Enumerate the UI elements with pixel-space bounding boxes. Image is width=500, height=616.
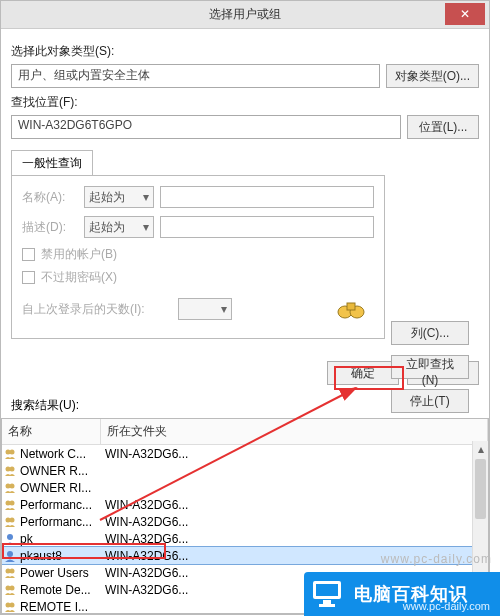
row-name: Remote De... (18, 583, 101, 597)
row-name: OWNER RI... (18, 481, 101, 495)
row-name: Power Users (18, 566, 101, 580)
name-field-label: 名称(A): (22, 189, 78, 206)
ok-button[interactable]: 确定 (327, 361, 399, 385)
watermark: www.pc-daily.com (381, 552, 492, 566)
group-icon (2, 447, 18, 461)
svg-point-8 (10, 483, 15, 488)
user-icon (2, 532, 18, 546)
svg-point-20 (10, 602, 15, 607)
chevron-down-icon: ▾ (143, 220, 149, 234)
chevron-down-icon: ▾ (143, 190, 149, 204)
col-folder[interactable]: 所在文件夹 (101, 419, 488, 444)
banner-url: www.pc-daily.com (403, 600, 490, 612)
row-folder: WIN-A32DG6... (101, 498, 488, 512)
table-row[interactable]: Performanc...WIN-A32DG6... (2, 513, 488, 530)
desc-input[interactable] (160, 216, 374, 238)
table-row[interactable]: OWNER RI... (2, 479, 488, 496)
svg-point-6 (10, 466, 15, 471)
group-icon (2, 498, 18, 512)
disabled-accounts-label: 禁用的帐户(B) (41, 246, 117, 263)
group-icon (2, 583, 18, 597)
desc-match-select[interactable]: 起始为 ▾ (84, 216, 154, 238)
row-folder: WIN-A32DG6... (101, 532, 488, 546)
query-tabs: 一般性查询 名称(A): 起始为 ▾ 描述(D): 起始为 (11, 149, 479, 339)
site-banner: 电脑百科知识 www.pc-daily.com (304, 572, 500, 616)
chevron-down-icon: ▾ (221, 302, 227, 316)
dialog-select-user-group: 选择用户或组 ✕ 选择此对象类型(S): 用户、组或内置安全主体 对象类型(O)… (0, 0, 490, 615)
group-icon (2, 481, 18, 495)
table-row[interactable]: OWNER R... (2, 462, 488, 479)
close-button[interactable]: ✕ (445, 3, 485, 25)
location-field[interactable]: WIN-A32DG6T6GPO (11, 115, 401, 139)
object-types-button[interactable]: 对象类型(O)... (386, 64, 479, 88)
search-icon (336, 299, 366, 324)
monitor-icon (310, 576, 346, 612)
object-type-field[interactable]: 用户、组或内置安全主体 (11, 64, 380, 88)
scroll-up-icon[interactable]: ▴ (473, 441, 488, 457)
svg-rect-26 (323, 600, 331, 604)
non-expiring-password-checkbox[interactable] (22, 271, 35, 284)
svg-point-12 (10, 517, 15, 522)
table-row[interactable]: Performanc...WIN-A32DG6... (2, 496, 488, 513)
last-login-label: 自上次登录后的天数(I): (22, 301, 172, 318)
svg-point-14 (7, 551, 13, 557)
group-icon (2, 600, 18, 614)
window-title: 选择用户或组 (1, 6, 489, 23)
desc-field-label: 描述(D): (22, 219, 78, 236)
col-name[interactable]: 名称 (2, 419, 101, 444)
scroll-thumb[interactable] (475, 459, 486, 519)
find-now-button[interactable]: 立即查找(N) (391, 355, 469, 379)
row-folder: WIN-A32DG6... (101, 515, 488, 529)
name-match-select[interactable]: 起始为 ▾ (84, 186, 154, 208)
svg-point-18 (10, 585, 15, 590)
disabled-accounts-checkbox[interactable] (22, 248, 35, 261)
name-match-value: 起始为 (89, 189, 125, 206)
group-icon (2, 515, 18, 529)
user-icon (2, 549, 18, 563)
row-name: pk (18, 532, 101, 546)
stop-button[interactable]: 停止(T) (391, 389, 469, 413)
titlebar[interactable]: 选择用户或组 ✕ (1, 1, 489, 29)
dialog-content: 选择此对象类型(S): 用户、组或内置安全主体 对象类型(O)... 查找位置(… (1, 29, 489, 351)
table-row[interactable]: pkWIN-A32DG6... (2, 530, 488, 547)
table-row[interactable]: Network C...WIN-A32DG6... (2, 445, 488, 462)
tab-general-query[interactable]: 一般性查询 (11, 150, 93, 176)
svg-rect-2 (347, 303, 355, 310)
svg-rect-25 (316, 584, 338, 596)
row-name: Performanc... (18, 498, 101, 512)
columns-button[interactable]: 列(C)... (391, 321, 469, 345)
svg-point-16 (10, 568, 15, 573)
group-icon (2, 464, 18, 478)
svg-rect-27 (319, 604, 335, 607)
non-expiring-password-label: 不过期密码(X) (41, 269, 117, 286)
row-name: Network C... (18, 447, 101, 461)
last-login-select[interactable]: ▾ (178, 298, 232, 320)
svg-point-10 (10, 500, 15, 505)
group-icon (2, 566, 18, 580)
results-header[interactable]: 名称 所在文件夹 (2, 419, 488, 445)
row-name: REMOTE I... (18, 600, 101, 614)
row-folder: WIN-A32DG6... (101, 447, 488, 461)
row-name: pkaust8 (18, 549, 101, 563)
object-type-label: 选择此对象类型(S): (11, 43, 479, 60)
svg-point-13 (7, 534, 13, 540)
locations-button[interactable]: 位置(L)... (407, 115, 479, 139)
row-name: OWNER R... (18, 464, 101, 478)
close-icon: ✕ (460, 7, 470, 21)
location-label: 查找位置(F): (11, 94, 479, 111)
desc-match-value: 起始为 (89, 219, 125, 236)
svg-point-4 (10, 449, 15, 454)
row-name: Performanc... (18, 515, 101, 529)
name-input[interactable] (160, 186, 374, 208)
